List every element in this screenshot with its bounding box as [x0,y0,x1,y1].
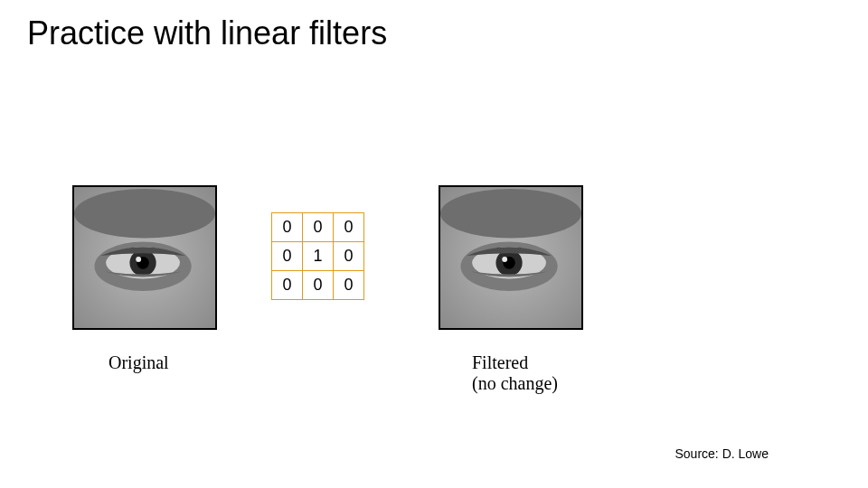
kernel-cell: 0 [303,271,334,300]
table-row: 0 0 0 [272,213,364,242]
svg-point-14 [502,257,507,262]
svg-point-6 [136,257,141,262]
eye-icon [74,187,215,328]
kernel-cell: 0 [272,271,303,300]
source-credit: Source: D. Lowe [675,446,769,461]
kernel-cell: 0 [303,213,334,242]
svg-point-9 [440,189,581,239]
filtered-image [439,185,583,330]
kernel-cell: 1 [303,242,334,271]
kernel-cell: 0 [334,213,364,242]
filter-kernel: 0 0 0 0 1 0 0 0 0 [271,212,364,300]
kernel-cell: 0 [272,213,303,242]
filtered-caption-line2: (no change) [472,373,558,393]
svg-point-1 [74,189,215,239]
original-image [72,185,217,330]
table-row: 0 1 0 [272,242,364,271]
kernel-cell: 0 [272,242,303,271]
kernel-cell: 0 [334,271,364,300]
filtered-caption-line1: Filtered [472,352,528,372]
original-caption: Original [108,352,169,373]
table-row: 0 0 0 [272,271,364,300]
kernel-cell: 0 [334,242,364,271]
slide-title: Practice with linear filters [27,14,387,52]
filtered-caption: Filtered (no change) [472,352,558,394]
eye-icon [440,187,581,328]
